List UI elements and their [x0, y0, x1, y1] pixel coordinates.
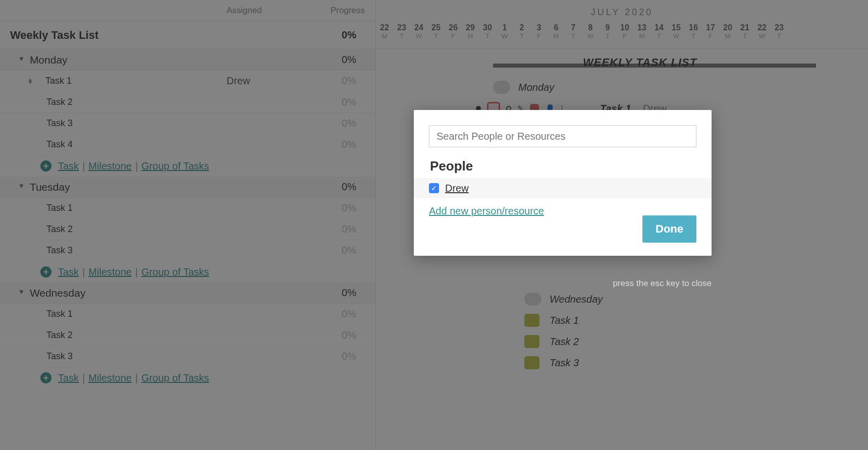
- add-person-link[interactable]: Add new person/resource: [429, 205, 544, 217]
- checkbox-checked-icon[interactable]: ✓: [429, 183, 439, 193]
- person-name-link[interactable]: Drew: [445, 183, 469, 194]
- esc-hint: press the esc key to close: [414, 278, 712, 289]
- done-button[interactable]: Done: [642, 215, 696, 243]
- search-people-input[interactable]: [429, 125, 696, 147]
- person-row[interactable]: ✓ Drew: [414, 178, 712, 198]
- assign-modal: People ✓ Drew Add new person/resource Do…: [414, 110, 712, 256]
- people-heading: People: [429, 158, 696, 174]
